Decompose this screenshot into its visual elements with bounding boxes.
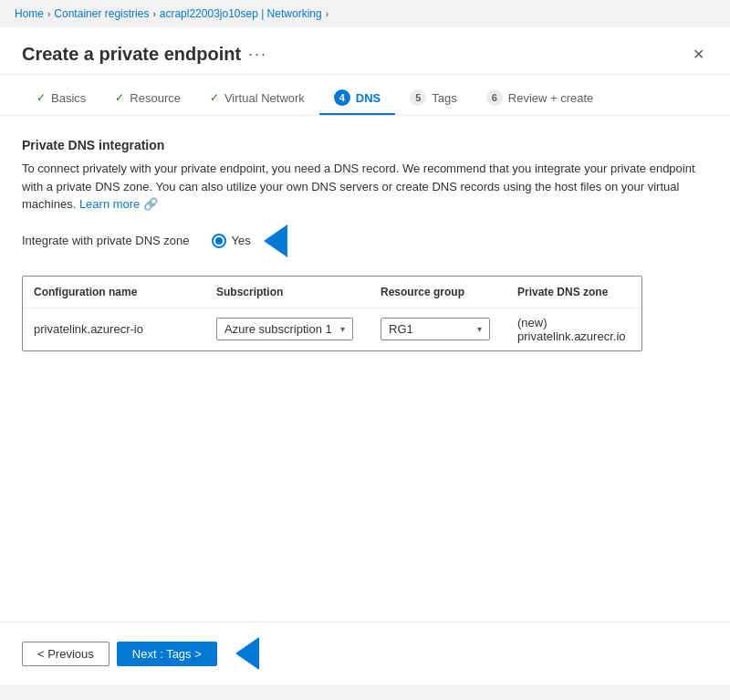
panel-menu-icon[interactable]: ···	[248, 45, 267, 64]
tab-tags[interactable]: 5 Tags	[395, 82, 471, 115]
breadcrumb-chevron-1: ›	[47, 9, 50, 19]
panel-title-row: Create a private endpoint ···	[22, 44, 267, 65]
tab-dns[interactable]: 4 DNS	[319, 82, 395, 115]
tab-vnet-label: Virtual Network	[224, 91, 305, 105]
tab-tags-step: 5	[410, 89, 426, 106]
dns-table-header: Configuration name Subscription Resource…	[23, 277, 641, 308]
previous-button[interactable]: < Previous	[22, 642, 110, 666]
section-title: Private DNS integration	[22, 138, 708, 152]
breadcrumb-networking[interactable]: acrapl22003jo10sep | Networking	[160, 7, 322, 20]
check-icon-resource: ✓	[115, 91, 124, 104]
tab-review-step: 6	[486, 89, 503, 106]
subscription-chevron-icon: ▾	[340, 324, 345, 334]
yes-arrow-indicator	[264, 225, 287, 257]
next-tags-button[interactable]: Next : Tags >	[117, 642, 217, 666]
header-resource-group: Resource group	[370, 282, 506, 302]
check-icon-basics: ✓	[36, 91, 46, 104]
cell-config-name: privatelink.azurecr-io	[23, 308, 205, 350]
header-subscription: Subscription	[205, 282, 370, 302]
integrate-row: Integrate with private DNS zone Yes	[22, 225, 708, 257]
breadcrumb-container-registries[interactable]: Container registries	[54, 7, 149, 20]
tab-dns-label: DNS	[356, 91, 381, 105]
breadcrumb-home[interactable]: Home	[15, 7, 44, 20]
tab-dns-step: 4	[334, 89, 350, 106]
tab-basics-label: Basics	[51, 91, 86, 105]
tab-virtual-network[interactable]: ✓ Virtual Network	[195, 84, 319, 114]
panel-title: Create a private endpoint	[22, 44, 241, 65]
check-icon-vnet: ✓	[210, 91, 219, 104]
description: To connect privately with your private e…	[22, 160, 708, 214]
cell-resource-group[interactable]: RG1 ▾	[370, 308, 506, 350]
tab-review-label: Review + create	[508, 91, 594, 105]
cell-subscription[interactable]: Azure subscription 1 ▾	[205, 308, 370, 350]
breadcrumb: Home › Container registries › acrapl2200…	[0, 0, 730, 27]
header-dns-zone: Private DNS zone	[506, 282, 641, 302]
next-arrow-indicator	[235, 637, 259, 670]
learn-more-link[interactable]: Learn more 🔗	[79, 197, 158, 211]
footer: < Previous Next : Tags >	[0, 622, 730, 684]
rg-chevron-icon: ▾	[477, 324, 482, 334]
resource-group-dropdown[interactable]: RG1 ▾	[381, 318, 490, 340]
integrate-label: Integrate with private DNS zone	[22, 234, 190, 247]
radio-yes-label: Yes	[232, 234, 251, 247]
table-row: privatelink.azurecr-io Azure subscriptio…	[23, 308, 641, 350]
resource-group-value: RG1	[389, 322, 413, 336]
radio-yes-button[interactable]	[212, 234, 226, 248]
panel-header: Create a private endpoint ··· ✕	[0, 27, 730, 75]
dns-zone-value: (new) privatelink.azurecr.io	[517, 316, 631, 343]
breadcrumb-chevron-2: ›	[152, 9, 155, 19]
tabs: ✓ Basics ✓ Resource ✓ Virtual Network 4 …	[0, 75, 730, 116]
tab-basics[interactable]: ✓ Basics	[22, 84, 100, 114]
header-config-name: Configuration name	[23, 282, 205, 302]
tab-review-create[interactable]: 6 Review + create	[472, 82, 609, 115]
panel: Create a private endpoint ··· ✕ ✓ Basics…	[0, 27, 730, 684]
cell-dns-zone: (new) privatelink.azurecr.io	[506, 308, 641, 350]
close-button[interactable]: ✕	[689, 42, 708, 67]
tab-resource[interactable]: ✓ Resource	[100, 84, 195, 114]
subscription-value: Azure subscription 1	[224, 322, 332, 336]
radio-group-yes[interactable]: Yes	[212, 225, 287, 257]
tab-tags-label: Tags	[432, 91, 456, 105]
subscription-dropdown[interactable]: Azure subscription 1 ▾	[216, 318, 353, 340]
dns-table: Configuration name Subscription Resource…	[22, 276, 642, 351]
breadcrumb-chevron-3: ›	[326, 9, 328, 19]
content-area: Private DNS integration To connect priva…	[0, 116, 730, 622]
tab-resource-label: Resource	[130, 91, 181, 105]
